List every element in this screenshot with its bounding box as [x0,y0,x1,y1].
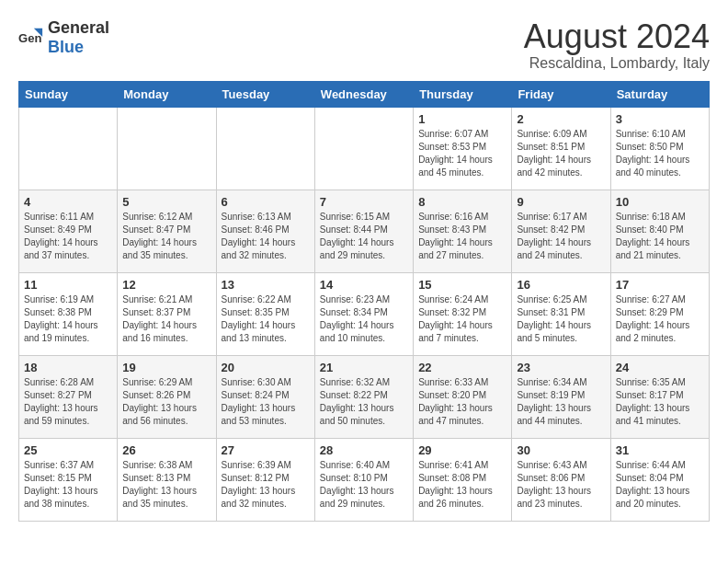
day-info-25: Sunrise: 6:37 AM Sunset: 8:15 PM Dayligh… [24,459,112,511]
day-number-2: 2 [517,112,605,126]
day-info-5: Sunrise: 6:12 AM Sunset: 8:47 PM Dayligh… [122,211,210,262]
cell-w4-d0: 18Sunrise: 6:28 AM Sunset: 8:27 PM Dayli… [19,355,118,438]
header: Gen General Blue August 2024 Rescaldina,… [18,18,710,72]
day-number-6: 6 [222,195,310,209]
cell-w3-d2: 13Sunrise: 6:22 AM Sunset: 8:35 PM Dayli… [216,272,314,355]
cell-w2-d0: 4Sunrise: 6:11 AM Sunset: 8:49 PM Daylig… [19,190,118,272]
calendar-body: 1Sunrise: 6:07 AM Sunset: 8:53 PM Daylig… [19,107,710,521]
cell-w2-d3: 7Sunrise: 6:15 AM Sunset: 8:44 PM Daylig… [314,190,413,272]
cell-w2-d1: 5Sunrise: 6:12 AM Sunset: 8:47 PM Daylig… [118,190,216,272]
day-info-31: Sunrise: 6:44 AM Sunset: 8:04 PM Dayligh… [616,459,704,511]
cell-w5-d5: 30Sunrise: 6:43 AM Sunset: 8:06 PM Dayli… [512,438,610,521]
day-info-4: Sunrise: 6:11 AM Sunset: 8:49 PM Dayligh… [24,211,112,262]
day-number-4: 4 [24,195,112,209]
cell-w4-d3: 21Sunrise: 6:32 AM Sunset: 8:22 PM Dayli… [314,355,413,438]
day-info-9: Sunrise: 6:17 AM Sunset: 8:42 PM Dayligh… [517,211,605,262]
cell-w2-d4: 8Sunrise: 6:16 AM Sunset: 8:43 PM Daylig… [414,190,512,272]
cell-w1-d4: 1Sunrise: 6:07 AM Sunset: 8:53 PM Daylig… [414,107,512,190]
day-info-30: Sunrise: 6:43 AM Sunset: 8:06 PM Dayligh… [517,459,605,511]
cell-w4-d1: 19Sunrise: 6:29 AM Sunset: 8:26 PM Dayli… [118,355,216,438]
week-row-3: 11Sunrise: 6:19 AM Sunset: 8:38 PM Dayli… [19,272,710,355]
header-row: Sunday Monday Tuesday Wednesday Thursday… [19,81,710,107]
cell-w5-d0: 25Sunrise: 6:37 AM Sunset: 8:15 PM Dayli… [19,438,118,521]
day-info-29: Sunrise: 6:41 AM Sunset: 8:08 PM Dayligh… [418,459,506,511]
day-info-20: Sunrise: 6:30 AM Sunset: 8:24 PM Dayligh… [222,376,310,428]
day-number-27: 27 [222,443,310,457]
cell-w1-d5: 2Sunrise: 6:09 AM Sunset: 8:51 PM Daylig… [512,107,610,190]
day-number-10: 10 [616,195,704,209]
day-number-25: 25 [24,443,112,457]
cell-w3-d4: 15Sunrise: 6:24 AM Sunset: 8:32 PM Dayli… [414,272,512,355]
day-info-18: Sunrise: 6:28 AM Sunset: 8:27 PM Dayligh… [24,376,112,428]
day-info-28: Sunrise: 6:40 AM Sunset: 8:10 PM Dayligh… [320,459,408,511]
day-number-5: 5 [122,195,210,209]
svg-text:Gen: Gen [18,31,41,45]
cell-w1-d1 [118,107,216,190]
day-info-27: Sunrise: 6:39 AM Sunset: 8:12 PM Dayligh… [222,459,310,511]
week-row-1: 1Sunrise: 6:07 AM Sunset: 8:53 PM Daylig… [19,107,710,190]
calendar-table: Sunday Monday Tuesday Wednesday Thursday… [18,81,710,522]
cell-w3-d6: 17Sunrise: 6:27 AM Sunset: 8:29 PM Dayli… [610,272,709,355]
day-info-6: Sunrise: 6:13 AM Sunset: 8:46 PM Dayligh… [222,211,310,262]
cell-w1-d6: 3Sunrise: 6:10 AM Sunset: 8:50 PM Daylig… [610,107,709,190]
day-info-13: Sunrise: 6:22 AM Sunset: 8:35 PM Dayligh… [222,293,310,345]
title-area: August 2024 Rescaldina, Lombardy, Italy [524,18,710,72]
day-info-17: Sunrise: 6:27 AM Sunset: 8:29 PM Dayligh… [616,293,704,345]
day-info-12: Sunrise: 6:21 AM Sunset: 8:37 PM Dayligh… [122,293,210,345]
cell-w5-d4: 29Sunrise: 6:41 AM Sunset: 8:08 PM Dayli… [414,438,512,521]
col-saturday: Saturday [610,81,709,107]
cell-w5-d3: 28Sunrise: 6:40 AM Sunset: 8:10 PM Dayli… [314,438,413,521]
logo-icon: Gen [18,25,44,51]
day-number-31: 31 [616,443,704,457]
logo-blue: Blue [48,38,84,56]
day-number-28: 28 [320,443,408,457]
cell-w4-d4: 22Sunrise: 6:33 AM Sunset: 8:20 PM Dayli… [414,355,512,438]
day-number-3: 3 [616,112,704,126]
cell-w1-d0 [19,107,118,190]
month-title: August 2024 [524,18,710,55]
col-friday: Friday [512,81,610,107]
day-number-30: 30 [517,443,605,457]
week-row-2: 4Sunrise: 6:11 AM Sunset: 8:49 PM Daylig… [19,190,710,272]
day-number-21: 21 [320,361,408,374]
day-number-7: 7 [320,195,408,209]
day-info-24: Sunrise: 6:35 AM Sunset: 8:17 PM Dayligh… [616,376,704,428]
day-info-26: Sunrise: 6:38 AM Sunset: 8:13 PM Dayligh… [122,459,210,511]
day-info-15: Sunrise: 6:24 AM Sunset: 8:32 PM Dayligh… [418,293,506,345]
day-info-14: Sunrise: 6:23 AM Sunset: 8:34 PM Dayligh… [320,293,408,345]
col-monday: Monday [118,81,216,107]
day-number-15: 15 [418,278,506,292]
cell-w4-d2: 20Sunrise: 6:30 AM Sunset: 8:24 PM Dayli… [216,355,314,438]
day-number-29: 29 [418,443,506,457]
day-number-11: 11 [24,278,112,292]
day-number-23: 23 [517,361,605,374]
day-info-11: Sunrise: 6:19 AM Sunset: 8:38 PM Dayligh… [24,293,112,345]
col-sunday: Sunday [19,81,118,107]
cell-w2-d5: 9Sunrise: 6:17 AM Sunset: 8:42 PM Daylig… [512,190,610,272]
cell-w5-d6: 31Sunrise: 6:44 AM Sunset: 8:04 PM Dayli… [610,438,709,521]
day-number-12: 12 [122,278,210,292]
day-info-2: Sunrise: 6:09 AM Sunset: 8:51 PM Dayligh… [517,128,605,179]
day-info-1: Sunrise: 6:07 AM Sunset: 8:53 PM Dayligh… [418,128,506,179]
day-info-7: Sunrise: 6:15 AM Sunset: 8:44 PM Dayligh… [320,211,408,262]
logo-general: General [48,18,109,37]
day-number-26: 26 [122,443,210,457]
day-info-19: Sunrise: 6:29 AM Sunset: 8:26 PM Dayligh… [122,376,210,428]
week-row-5: 25Sunrise: 6:37 AM Sunset: 8:15 PM Dayli… [19,438,710,521]
day-number-18: 18 [24,361,112,374]
day-number-14: 14 [320,278,408,292]
day-number-9: 9 [517,195,605,209]
day-number-22: 22 [418,361,506,374]
day-number-19: 19 [122,361,210,374]
day-info-8: Sunrise: 6:16 AM Sunset: 8:43 PM Dayligh… [418,211,506,262]
cell-w5-d2: 27Sunrise: 6:39 AM Sunset: 8:12 PM Dayli… [216,438,314,521]
cell-w4-d5: 23Sunrise: 6:34 AM Sunset: 8:19 PM Dayli… [512,355,610,438]
week-row-4: 18Sunrise: 6:28 AM Sunset: 8:27 PM Dayli… [19,355,710,438]
day-info-23: Sunrise: 6:34 AM Sunset: 8:19 PM Dayligh… [517,376,605,428]
cell-w3-d0: 11Sunrise: 6:19 AM Sunset: 8:38 PM Dayli… [19,272,118,355]
calendar-header: Sunday Monday Tuesday Wednesday Thursday… [19,81,710,107]
day-number-16: 16 [517,278,605,292]
cell-w1-d2 [216,107,314,190]
col-wednesday: Wednesday [314,81,413,107]
cell-w3-d5: 16Sunrise: 6:25 AM Sunset: 8:31 PM Dayli… [512,272,610,355]
